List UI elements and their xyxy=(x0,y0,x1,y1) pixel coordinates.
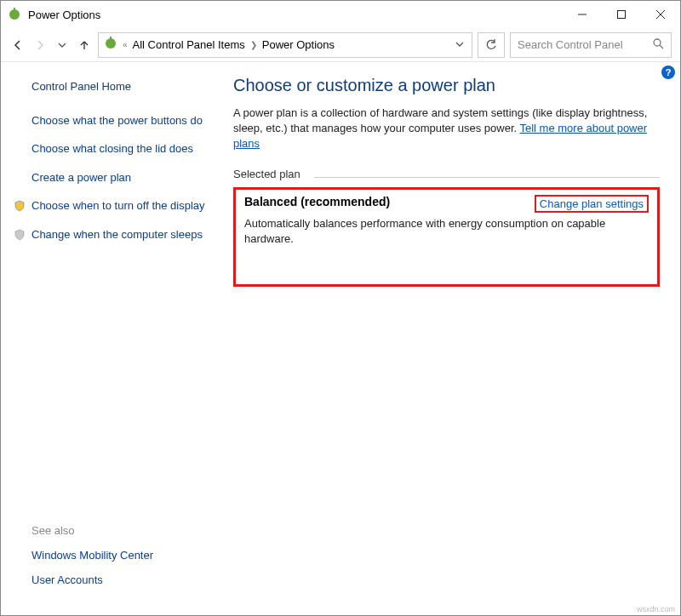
chevron-right-icon: ❯ xyxy=(250,40,257,49)
sidebar-link-power-buttons[interactable]: Choose what the power buttons do xyxy=(31,113,206,128)
watermark: wsxdn.com xyxy=(637,605,675,613)
control-panel-home-link[interactable]: Control Panel Home xyxy=(31,79,206,94)
svg-point-8 xyxy=(654,39,661,46)
svg-rect-7 xyxy=(110,37,112,40)
change-plan-settings-link[interactable]: Change plan settings xyxy=(535,195,649,213)
plan-name: Balanced (recommended) xyxy=(244,195,390,208)
selected-plan-highlight: Balanced (recommended) Change plan setti… xyxy=(233,187,660,287)
power-plug-icon xyxy=(8,8,21,21)
address-bar[interactable]: « All Control Panel Items ❯ Power Option… xyxy=(98,32,472,58)
shield-icon xyxy=(13,199,26,213)
shield-icon xyxy=(13,228,26,242)
main-content: ? Choose or customize a power plan A pow… xyxy=(218,62,680,615)
maximize-button[interactable] xyxy=(602,1,641,28)
navigation-row: « All Control Panel Items ❯ Power Option… xyxy=(1,28,680,62)
window-title: Power Options xyxy=(28,9,100,21)
help-icon[interactable]: ? xyxy=(661,66,675,79)
see-also-mobility-center[interactable]: Windows Mobility Center xyxy=(31,549,206,562)
divider xyxy=(314,177,660,178)
recent-locations-dropdown[interactable] xyxy=(54,37,71,54)
see-also-user-accounts[interactable]: User Accounts xyxy=(31,573,206,586)
page-title: Choose or customize a power plan xyxy=(233,76,660,95)
sidebar-link-create-plan[interactable]: Create a power plan xyxy=(31,170,206,185)
plan-description: Automatically balances performance with … xyxy=(244,216,649,247)
up-button[interactable] xyxy=(76,37,93,54)
search-placeholder: Search Control Panel xyxy=(518,38,647,51)
titlebar: Power Options xyxy=(1,1,680,28)
svg-rect-3 xyxy=(618,11,626,19)
search-icon xyxy=(652,37,664,52)
sidebar: Control Panel Home Choose what the power… xyxy=(1,62,218,615)
sidebar-link-turn-off-display[interactable]: Choose when to turn off the display xyxy=(31,198,206,214)
see-also-label: See also xyxy=(31,524,206,537)
svg-rect-1 xyxy=(14,8,15,11)
forward-button[interactable] xyxy=(31,37,49,54)
breadcrumb-item[interactable]: All Control Panel Items xyxy=(133,38,245,51)
power-plug-icon xyxy=(104,37,117,53)
address-dropdown[interactable] xyxy=(453,38,466,51)
refresh-button[interactable] xyxy=(478,32,505,58)
sidebar-link-computer-sleeps[interactable]: Change when the computer sleeps xyxy=(31,227,206,242)
search-input[interactable]: Search Control Panel xyxy=(510,32,672,58)
close-button[interactable] xyxy=(641,1,680,28)
svg-line-9 xyxy=(660,45,663,48)
page-description: A power plan is a collection of hardware… xyxy=(233,106,660,152)
back-button[interactable] xyxy=(9,37,26,54)
chevron-right-icon: « xyxy=(123,40,128,49)
minimize-button[interactable] xyxy=(563,1,602,28)
section-label-selected-plan: Selected plan xyxy=(233,168,314,182)
breadcrumb-item[interactable]: Power Options xyxy=(262,38,335,51)
sidebar-link-closing-lid[interactable]: Choose what closing the lid does xyxy=(31,141,206,157)
